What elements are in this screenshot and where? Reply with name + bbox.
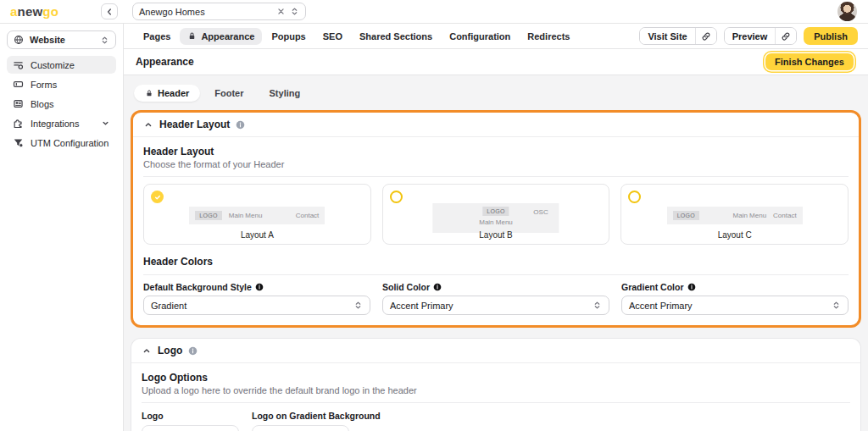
sidebar-item-label: Blogs (31, 99, 110, 109)
site-actions: Visit Site Preview Publish (639, 27, 858, 45)
site-select-value: Website (30, 35, 94, 45)
project-select-icons (276, 7, 299, 16)
layout-name: Layout B (383, 230, 609, 240)
tab-popups[interactable]: Popups (264, 28, 313, 45)
layout-name: Layout C (621, 230, 848, 240)
tab-label: Configuration (449, 31, 510, 41)
field-label: Solid Color (382, 282, 609, 292)
preview-link-button[interactable] (775, 28, 796, 44)
sidebar-item-label: Integrations (31, 119, 94, 129)
field-gradient-color: Gradient Color Accent Primary (621, 282, 849, 315)
brand-zone: anewgo (0, 3, 124, 19)
field-label-text: Default Background Style (143, 282, 252, 292)
sidebar-item-blogs[interactable]: Blogs (7, 95, 116, 113)
info-icon[interactable] (255, 283, 264, 291)
preview-button[interactable]: Preview (725, 28, 776, 44)
select-value: Accent Primary (390, 301, 593, 311)
tab-pages[interactable]: Pages (136, 28, 178, 45)
check-icon (153, 193, 162, 202)
tab-label: Shared Sections (359, 31, 432, 41)
layout-option-b[interactable]: LOGO OSC Main Menu Layout B (382, 184, 610, 245)
tab-redirects[interactable]: Redirects (520, 28, 577, 45)
puzzle-icon (13, 118, 24, 129)
logo-section-header[interactable]: Logo (131, 339, 860, 363)
tab-seo[interactable]: SEO (315, 28, 350, 45)
sidebar-item-forms[interactable]: Forms (7, 75, 116, 93)
select-value: Gradient (151, 301, 353, 311)
collapse-section-icon[interactable] (142, 345, 152, 356)
section-title: Logo (158, 345, 182, 356)
field-default-background-style: Default Background Style Gradient (143, 282, 370, 315)
sliders-icon (13, 59, 24, 70)
logo-gradient-upload-dropzone[interactable] (252, 425, 349, 431)
header-layout-section-header[interactable]: Header Layout (133, 113, 859, 137)
upload-label: Logo (142, 411, 239, 421)
field-label-text: Gradient Color (621, 282, 684, 292)
clear-icon[interactable] (276, 7, 286, 16)
brand-part3: go (42, 4, 58, 19)
sidebar-item-customize[interactable]: Customize (7, 56, 116, 74)
brand-logo: anewgo (10, 5, 58, 18)
radio-unselected-icon[interactable] (628, 191, 641, 203)
divider (143, 176, 849, 177)
form-input-icon (13, 79, 24, 90)
finish-changes-button[interactable]: Finish Changes (765, 53, 854, 70)
page-title: Appearance (136, 56, 194, 68)
info-icon[interactable] (236, 120, 245, 130)
sidebar-item-utm-configuration[interactable]: UTM Configuration (7, 134, 116, 152)
logo-uploads: Logo Logo on Gradient Background (142, 411, 850, 431)
tab-shared-sections[interactable]: Shared Sections (352, 28, 440, 45)
publish-button[interactable]: Publish (804, 27, 858, 45)
funnel-icon (13, 137, 24, 148)
chevron-up-down-icon (593, 301, 602, 310)
tab-appearance[interactable]: Appearance (180, 28, 262, 45)
info-icon[interactable] (687, 283, 696, 291)
chevron-up-down-icon (100, 36, 109, 45)
layout-b-preview: LOGO OSC Main Menu (432, 203, 559, 233)
layout-c-preview: LOGO Main Menu Contact (667, 207, 803, 224)
divider (142, 402, 850, 403)
solid-color-select[interactable]: Accent Primary (382, 296, 609, 315)
chevron-down-icon (101, 119, 110, 128)
layout-option-c[interactable]: LOGO Main Menu Contact Layout C (620, 184, 849, 245)
section-title: Header Layout (159, 119, 230, 130)
sidebar: Website Customize Forms Blogs Integratio… (0, 24, 124, 431)
logo-upload-dropzone[interactable] (142, 425, 239, 431)
preview-contact-label: Contact (773, 212, 797, 219)
tab-configuration[interactable]: Configuration (442, 28, 518, 45)
subtab-header[interactable]: Header (134, 85, 200, 102)
logo-section: Logo Logo Options Upload a logo here to … (131, 338, 861, 431)
radio-selected-icon[interactable] (151, 191, 164, 203)
sidebar-item-label: Customize (31, 60, 110, 70)
main: Pages Appearance Popups SEO Shared Secti… (124, 24, 868, 431)
info-icon[interactable] (188, 346, 198, 356)
user-avatar[interactable] (837, 2, 857, 21)
subtab-styling[interactable]: Styling (259, 85, 312, 102)
field-label: Default Background Style (143, 282, 370, 292)
layout-a-preview: LOGO Main Menu Contact (189, 207, 325, 224)
content: Header Footer Styling Header Layout Head… (124, 75, 868, 431)
visit-site-button[interactable]: Visit Site (640, 28, 694, 44)
lock-icon (187, 31, 197, 41)
page-header: Appearance Finish Changes (124, 49, 868, 75)
preview-osc-label: OSC (533, 208, 548, 216)
sidebar-item-label: Forms (31, 80, 110, 90)
preview-label: Preview (732, 31, 768, 41)
preview-logo-chip: LOGO (195, 211, 221, 220)
collapse-section-icon[interactable] (143, 119, 153, 130)
project-select-value: Anewgo Homes (139, 7, 276, 17)
sidebar-item-integrations[interactable]: Integrations (7, 114, 116, 132)
sidebar-item-label: UTM Configuration (31, 138, 110, 148)
default-background-style-select[interactable]: Gradient (143, 296, 370, 315)
subtab-footer[interactable]: Footer (203, 85, 254, 102)
layout-option-a[interactable]: LOGO Main Menu Contact Layout A (143, 184, 371, 245)
lock-icon (145, 89, 153, 97)
radio-unselected-icon[interactable] (390, 191, 403, 203)
logo-group-subtitle: Upload a logo here to override the defau… (142, 385, 850, 395)
sidebar-site-select[interactable]: Website (7, 30, 116, 49)
project-select[interactable]: Anewgo Homes (132, 3, 306, 20)
sidebar-collapse-button[interactable] (101, 3, 118, 19)
visit-site-link-button[interactable] (695, 28, 716, 44)
info-icon[interactable] (433, 283, 442, 291)
gradient-color-select[interactable]: Accent Primary (621, 296, 849, 315)
